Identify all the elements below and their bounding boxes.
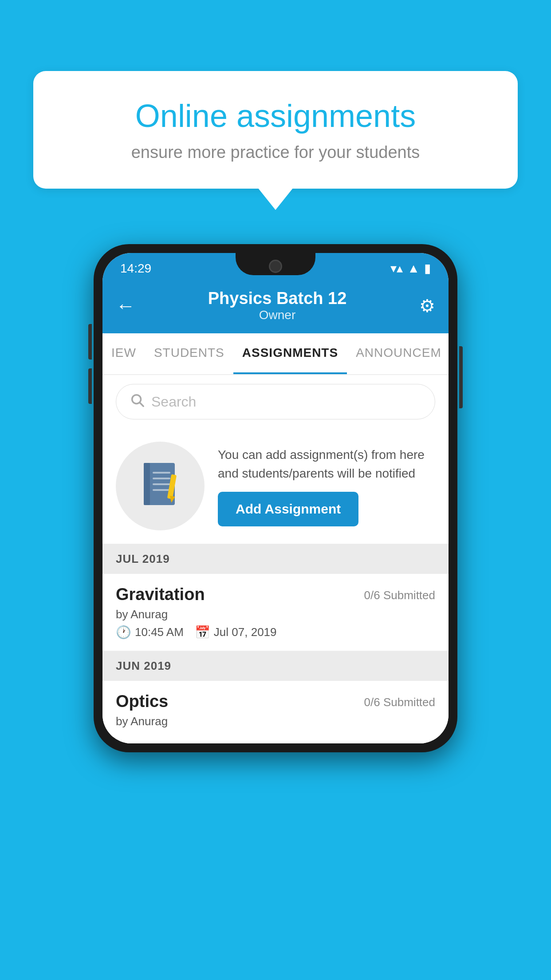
status-time: 14:29 bbox=[120, 261, 151, 276]
clock-icon: 🕐 bbox=[116, 625, 131, 640]
promo-content: You can add assignment(s) from here and … bbox=[218, 446, 435, 526]
add-assignment-button[interactable]: Add Assignment bbox=[218, 492, 358, 526]
speech-bubble: Online assignments ensure more practice … bbox=[33, 71, 518, 189]
section-header-jul: JUL 2019 bbox=[102, 544, 449, 574]
phone-screen: 14:29 ▾▴ ▲ ▮ ← Physics Batch 12 Owner ⚙ … bbox=[102, 253, 449, 743]
assignment-meta: 🕐 10:45 AM 📅 Jul 07, 2019 bbox=[116, 625, 435, 640]
assignment-submitted: 0/6 Submitted bbox=[364, 589, 435, 602]
assignment-name: Gravitation bbox=[116, 585, 205, 604]
assignment-time: 🕐 10:45 AM bbox=[116, 625, 184, 640]
assignment-item-gravitation[interactable]: Gravitation 0/6 Submitted by Anurag 🕐 10… bbox=[102, 574, 449, 651]
search-placeholder: Search bbox=[151, 394, 196, 410]
bubble-subtitle: ensure more practice for your students bbox=[64, 143, 487, 162]
assignment-top: Gravitation 0/6 Submitted bbox=[116, 585, 435, 604]
header-subtitle: Owner bbox=[208, 308, 347, 322]
phone-mockup: 14:29 ▾▴ ▲ ▮ ← Physics Batch 12 Owner ⚙ … bbox=[94, 244, 457, 752]
search-bar[interactable]: Search bbox=[116, 384, 435, 419]
back-button[interactable]: ← bbox=[116, 295, 135, 317]
assignment-top-optics: Optics 0/6 Submitted bbox=[116, 692, 435, 711]
battery-icon: ▮ bbox=[424, 261, 431, 276]
side-button-volume-up bbox=[88, 324, 92, 360]
phone-camera bbox=[269, 260, 282, 273]
header-title: Physics Batch 12 bbox=[208, 289, 347, 308]
wifi-icon: ▾▴ bbox=[390, 261, 403, 276]
section-header-jun: JUN 2019 bbox=[102, 651, 449, 681]
tab-students[interactable]: STUDENTS bbox=[145, 333, 233, 374]
search-icon bbox=[130, 392, 145, 411]
svg-rect-3 bbox=[144, 463, 150, 505]
app-header: ← Physics Batch 12 Owner ⚙ bbox=[102, 280, 449, 333]
side-button-volume-down bbox=[88, 368, 92, 404]
assignment-date-value: Jul 07, 2019 bbox=[214, 625, 277, 639]
status-icons: ▾▴ ▲ ▮ bbox=[390, 261, 431, 276]
section-label-jul: JUL 2019 bbox=[116, 552, 170, 565]
assignment-name-optics: Optics bbox=[116, 692, 168, 711]
calendar-icon: 📅 bbox=[195, 625, 210, 640]
assignment-submitted-optics: 0/6 Submitted bbox=[364, 695, 435, 709]
tab-iew[interactable]: IEW bbox=[102, 333, 145, 374]
notebook-icon bbox=[139, 461, 181, 512]
side-button-power bbox=[459, 346, 463, 408]
assignment-by: by Anurag bbox=[116, 608, 435, 621]
svg-rect-5 bbox=[153, 478, 170, 479]
header-title-group: Physics Batch 12 Owner bbox=[208, 289, 347, 322]
assignment-date: 📅 Jul 07, 2019 bbox=[195, 625, 277, 640]
phone-outer: 14:29 ▾▴ ▲ ▮ ← Physics Batch 12 Owner ⚙ … bbox=[94, 244, 457, 752]
tab-assignments[interactable]: ASSIGNMENTS bbox=[233, 333, 347, 374]
settings-button[interactable]: ⚙ bbox=[419, 296, 435, 316]
assignment-time-value: 10:45 AM bbox=[135, 625, 184, 639]
promo-section: You can add assignment(s) from here and … bbox=[102, 428, 449, 544]
assignment-item-optics[interactable]: Optics 0/6 Submitted by Anurag bbox=[102, 681, 449, 743]
tabs-bar: IEW STUDENTS ASSIGNMENTS ANNOUNCEM bbox=[102, 333, 449, 375]
svg-rect-7 bbox=[153, 489, 170, 491]
tab-announcements[interactable]: ANNOUNCEM bbox=[347, 333, 449, 374]
promo-icon-circle bbox=[116, 442, 205, 530]
bubble-title: Online assignments bbox=[64, 98, 487, 134]
phone-notch bbox=[236, 253, 315, 275]
search-container: Search bbox=[102, 375, 449, 428]
section-label-jun: JUN 2019 bbox=[116, 659, 171, 672]
signal-icon: ▲ bbox=[407, 261, 420, 276]
svg-line-1 bbox=[140, 403, 143, 406]
promo-description: You can add assignment(s) from here and … bbox=[218, 446, 435, 483]
promo-banner: Online assignments ensure more practice … bbox=[33, 71, 518, 189]
assignment-by-optics: by Anurag bbox=[116, 715, 435, 728]
svg-rect-6 bbox=[153, 483, 170, 485]
svg-rect-4 bbox=[153, 472, 170, 474]
